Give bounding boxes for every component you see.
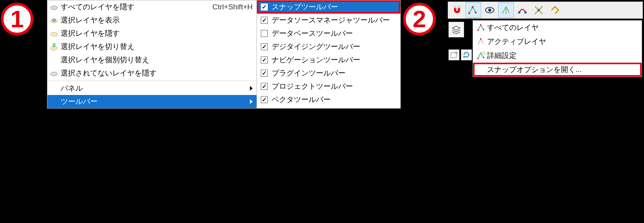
add-button[interactable]	[449, 49, 459, 60]
toolbar-item-label: プロジェクトツールバー	[272, 81, 353, 91]
svg-point-10	[472, 6, 474, 8]
toolbar-item-project[interactable]: プロジェクトツールバー	[257, 80, 400, 93]
snap-mode-menu: すべてのレイヤ アクティブレイヤ 詳細設定 スナップオプションを開く...	[473, 20, 642, 77]
hide-unselected-layers-icon	[47, 67, 61, 80]
toolbar-submenu: スナップツールバー データソースマネージャツールバー データベースツールバー デ…	[257, 0, 401, 109]
toggle-selected-layers-icon	[47, 40, 61, 53]
menu-item-label: 選択レイヤを切り替え	[61, 42, 253, 52]
snap-advanced-icon	[476, 51, 487, 60]
vertex-icon	[501, 5, 511, 16]
snap-menu-all-layers[interactable]: すべてのレイヤ	[473, 21, 642, 35]
svg-rect-24	[482, 52, 485, 54]
checkbox-icon	[261, 96, 268, 103]
topological-editing-button[interactable]	[515, 2, 530, 18]
layers-icon	[451, 25, 461, 35]
toolbar-item-snapping[interactable]: スナップツールバー	[257, 0, 400, 14]
snap-mode-dropdown-button[interactable]	[466, 2, 481, 18]
menu-item-label: パネル	[61, 83, 250, 93]
snap-menu-advanced[interactable]: 詳細設定	[473, 49, 642, 63]
snap-type-button[interactable]	[498, 2, 514, 18]
intersection-icon	[533, 5, 544, 16]
snap-menu-label: アクティブレイヤ	[487, 37, 546, 47]
more-icon	[564, 5, 571, 16]
svg-rect-8	[458, 6, 460, 8]
magnet-icon	[452, 5, 462, 16]
self-snapping-button[interactable]	[547, 2, 563, 18]
menu-item-panels[interactable]: パネル	[47, 82, 257, 95]
browser-panel-label: ラウザ	[448, 39, 473, 48]
svg-point-19	[480, 24, 482, 26]
snap-visibility-button[interactable]	[482, 2, 497, 18]
svg-point-22	[477, 58, 479, 59]
toolbar-item-database[interactable]: データベースツールバー	[257, 27, 400, 40]
tracing-button[interactable]	[564, 2, 571, 18]
toolbar-item-navigation[interactable]: ナビゲーションツールバー	[257, 53, 400, 67]
checkbox-icon	[261, 70, 268, 77]
snap-all-layers-icon	[476, 23, 487, 32]
menu-item-hide-all-layers[interactable]: すべてのレイヤを隠す Ctrl+Shift+H	[47, 0, 257, 14]
toolbar-item-label: ナビゲーションツールバー	[272, 55, 360, 65]
toolbar-item-plugins[interactable]: プラグインツールバー	[257, 67, 400, 80]
blank-icon	[47, 95, 61, 108]
svg-point-18	[477, 30, 479, 31]
menu-item-show-selected-layers[interactable]: 選択レイヤを表示	[47, 14, 257, 27]
toolbar-item-vector[interactable]: ベクタツールバー	[257, 93, 400, 106]
menu-item-label: 選択されてないレイヤを隠す	[61, 68, 253, 78]
menu-item-shortcut: Ctrl+Shift+H	[208, 3, 253, 11]
svg-point-6	[51, 72, 58, 76]
snap-menu-open-options[interactable]: スナップオプションを開く...	[473, 63, 642, 77]
svg-point-0	[51, 6, 58, 10]
svg-point-14	[518, 11, 520, 14]
menu-item-label: 選択レイヤを隠す	[61, 28, 253, 39]
topology-icon	[517, 5, 528, 16]
toolbar-item-label: スナップツールバー	[272, 2, 338, 12]
show-selected-layers-icon	[47, 14, 61, 27]
menu-item-label: すべてのレイヤを隠す	[61, 2, 208, 12]
menu-item-toggle-selected-layers[interactable]: 選択レイヤを切り替え	[47, 40, 257, 53]
svg-point-15	[524, 11, 527, 14]
toolbar-item-label: デジタイジングツールバー	[272, 42, 360, 52]
svg-point-23	[483, 57, 484, 58]
svg-point-3	[53, 19, 55, 21]
svg-point-4	[51, 32, 58, 36]
left-panel-strip: ラウザ	[448, 20, 473, 62]
refresh-icon	[462, 51, 470, 59]
menu-separator	[47, 81, 257, 81]
checkbox-icon	[261, 83, 268, 90]
toolbar-item-digitizing[interactable]: デジタイジングツールバー	[257, 40, 400, 53]
svg-point-20	[483, 29, 484, 30]
svg-rect-17	[451, 53, 456, 58]
snap-layers-icon	[468, 5, 479, 16]
callout-two: 2	[403, 3, 436, 35]
layer-context-menu: すべてのレイヤを隠す Ctrl+Shift+H 選択レイヤを表示 選択レイヤを隠…	[47, 0, 257, 109]
hide-all-layers-icon	[47, 0, 61, 14]
snap-menu-label: スナップオプションを開く...	[487, 65, 582, 75]
blank-icon	[47, 82, 61, 95]
hide-selected-layers-icon	[47, 27, 61, 40]
toolbar-item-label: プラグインツールバー	[272, 68, 346, 78]
submenu-arrow-icon	[250, 99, 253, 104]
snap-enable-button[interactable]	[449, 2, 465, 18]
menu-item-label: ツールバー	[61, 97, 250, 107]
snap-intersection-button[interactable]	[531, 2, 546, 18]
submenu-arrow-icon	[250, 86, 253, 91]
svg-point-9	[468, 12, 470, 14]
menu-item-toggle-layers-individually[interactable]: 選択レイヤを個別切り替え	[47, 53, 257, 67]
refresh-button[interactable]	[461, 49, 472, 60]
menu-item-hide-selected-layers[interactable]: 選択レイヤを隠す	[47, 27, 257, 40]
svg-point-11	[475, 12, 477, 14]
checkbox-icon	[261, 17, 268, 24]
checkbox-icon	[261, 30, 268, 37]
toolbar-item-label: データベースツールバー	[272, 28, 353, 39]
menu-item-toolbars[interactable]: ツールバー	[47, 95, 257, 108]
panel-two: ラウザ すべてのレイヤ アクティブレイヤ 詳	[448, 2, 643, 19]
menu-item-hide-unselected-layers[interactable]: 選択されてないレイヤを隠す	[47, 67, 257, 80]
checkbox-icon	[261, 4, 268, 11]
svg-point-13	[488, 9, 491, 12]
menu-item-label: 選択レイヤを表示	[61, 15, 253, 25]
snap-menu-active-layer[interactable]: アクティブレイヤ	[473, 35, 642, 49]
snap-menu-label: すべてのレイヤ	[487, 23, 539, 33]
menu-item-label: 選択レイヤを個別切り替え	[61, 55, 253, 65]
toolbar-item-data-source-manager[interactable]: データソースマネージャツールバー	[257, 14, 400, 27]
layers-panel-button[interactable]	[449, 22, 464, 37]
